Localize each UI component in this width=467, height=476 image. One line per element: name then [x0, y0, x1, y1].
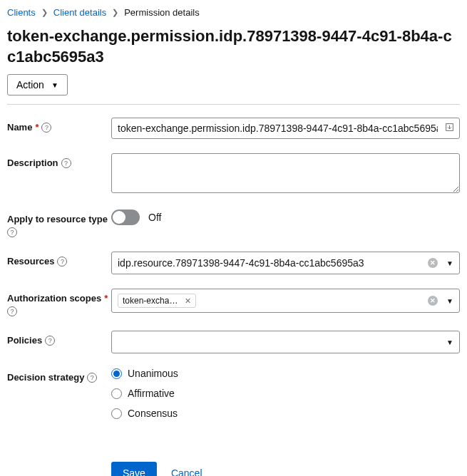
switch-state-label: Off — [148, 212, 161, 223]
radio-option-affirmative[interactable]: Affirmative — [111, 388, 460, 399]
auth-scope-chip: token-exchan… ✕ — [118, 294, 196, 308]
help-icon[interactable]: ? — [87, 373, 97, 383]
chevron-right-icon: ❯ — [41, 8, 48, 17]
radio-label: Affirmative — [128, 388, 175, 399]
help-icon[interactable]: ? — [45, 336, 55, 346]
input-overflow-icon — [445, 123, 454, 134]
save-button[interactable]: Save — [111, 462, 157, 476]
caret-down-icon: ▼ — [446, 259, 453, 267]
clear-icon[interactable]: ✕ — [428, 296, 438, 306]
radio-option-consensus[interactable]: Consensus — [111, 408, 460, 419]
cancel-button[interactable]: Cancel — [168, 462, 205, 476]
policies-label: Policies — [7, 335, 42, 346]
caret-down-icon: ▼ — [446, 338, 453, 346]
apply-resource-type-switch[interactable] — [111, 209, 140, 225]
chevron-right-icon: ❯ — [112, 8, 118, 17]
required-indicator: * — [35, 122, 39, 133]
radio-label: Consensus — [128, 408, 178, 419]
caret-down-icon: ▼ — [51, 81, 58, 89]
clear-icon[interactable]: ✕ — [428, 258, 438, 268]
apply-resource-type-label: Apply to resource type — [7, 214, 108, 224]
resources-selected-value: idp.resource.78971398-9447-4c91-8b4a-cc1… — [118, 257, 422, 269]
name-input[interactable] — [111, 118, 460, 139]
page-title: token-exchange.permission.idp.78971398-9… — [7, 26, 460, 67]
help-icon[interactable]: ? — [7, 306, 17, 316]
policies-select[interactable]: ▼ — [111, 331, 460, 353]
auth-scopes-label: Authorization scopes — [7, 293, 101, 304]
radio-option-unanimous[interactable]: Unanimous — [111, 368, 460, 379]
help-icon[interactable]: ? — [41, 123, 51, 133]
breadcrumb: Clients ❯ Client details ❯ Permission de… — [7, 7, 460, 18]
description-label: Description — [7, 157, 58, 168]
auth-scopes-select[interactable]: token-exchan… ✕ ✕ ▼ — [111, 289, 460, 313]
breadcrumb-link-client-details[interactable]: Client details — [53, 7, 106, 18]
help-icon[interactable]: ? — [57, 257, 67, 267]
resources-select[interactable]: idp.resource.78971398-9447-4c91-8b4a-cc1… — [111, 252, 460, 274]
help-icon[interactable]: ? — [7, 227, 17, 237]
chip-remove-icon[interactable]: ✕ — [185, 296, 191, 306]
resources-label: Resources — [7, 256, 54, 267]
breadcrumb-current: Permission details — [124, 7, 200, 18]
breadcrumb-link-clients[interactable]: Clients — [7, 7, 36, 18]
header-divider — [7, 104, 460, 105]
radio-input[interactable] — [111, 408, 122, 419]
required-indicator: * — [104, 293, 108, 304]
action-dropdown-button[interactable]: Action ▼ — [7, 74, 68, 95]
decision-strategy-radio-group: Unanimous Affirmative Consensus — [111, 368, 460, 419]
description-textarea[interactable] — [111, 153, 460, 193]
switch-knob — [113, 211, 125, 224]
name-label: Name — [7, 122, 32, 133]
radio-input[interactable] — [111, 368, 122, 379]
radio-label: Unanimous — [128, 368, 178, 379]
help-icon[interactable]: ? — [61, 158, 71, 168]
chip-label: token-exchan… — [123, 296, 180, 306]
radio-input[interactable] — [111, 388, 122, 399]
decision-strategy-label: Decision strategy — [7, 372, 84, 383]
caret-down-icon: ▼ — [446, 297, 453, 305]
action-dropdown-label: Action — [16, 79, 44, 90]
